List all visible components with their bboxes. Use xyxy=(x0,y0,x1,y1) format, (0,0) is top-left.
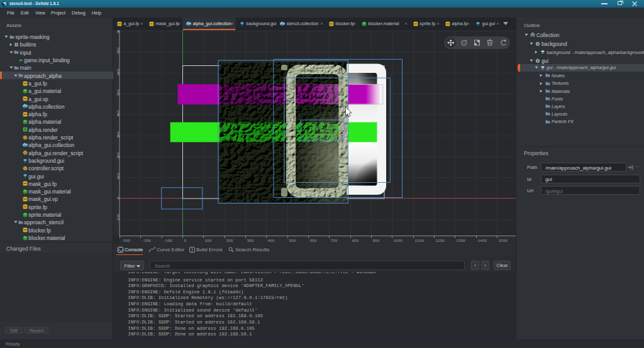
svg-text:700: 700 xyxy=(116,47,121,54)
svg-text:0: 0 xyxy=(116,196,121,198)
svg-text:300: 300 xyxy=(247,239,254,243)
svg-text:100: 100 xyxy=(205,239,212,243)
svg-text:800: 800 xyxy=(352,239,359,243)
svg-text:1400: 1400 xyxy=(478,239,487,243)
svg-text:1100: 1100 xyxy=(415,239,425,243)
svg-text:500: 500 xyxy=(289,239,296,243)
svg-text:600: 600 xyxy=(310,239,317,243)
svg-text:200: 200 xyxy=(226,239,233,243)
svg-text:-100: -100 xyxy=(164,239,173,243)
svg-text:1200: 1200 xyxy=(436,239,445,243)
svg-text:700: 700 xyxy=(331,239,338,243)
svg-text:0: 0 xyxy=(184,239,187,243)
svg-text:-300: -300 xyxy=(121,239,131,243)
svg-text:-100: -100 xyxy=(116,214,121,223)
svg-text:-200: -200 xyxy=(142,239,152,243)
svg-text:300: 300 xyxy=(116,131,121,138)
svg-text:1300: 1300 xyxy=(457,239,466,243)
svg-text:600: 600 xyxy=(116,68,121,75)
svg-text:500: 500 xyxy=(116,89,121,96)
svg-text:400: 400 xyxy=(268,239,275,243)
svg-text:400: 400 xyxy=(116,110,121,117)
svg-text:800: 800 xyxy=(116,30,121,33)
svg-text:900: 900 xyxy=(373,239,380,243)
svg-text:100: 100 xyxy=(116,173,121,180)
svg-text:200: 200 xyxy=(116,152,121,159)
svg-text:1500: 1500 xyxy=(499,239,508,243)
svg-text:1000: 1000 xyxy=(394,239,403,243)
